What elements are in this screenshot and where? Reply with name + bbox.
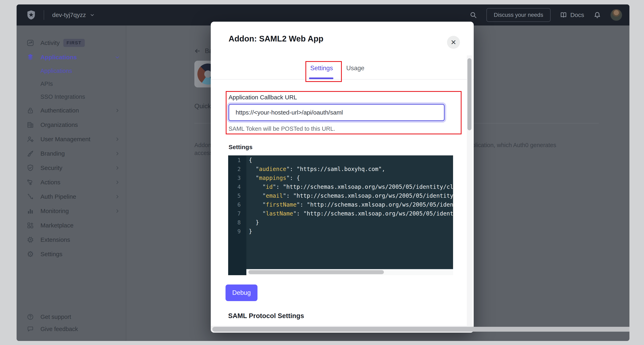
code-line: } [249,218,453,227]
sidebar-item-label: Branding [40,150,65,157]
sidebar-item-activity[interactable]: ActivityFIRST [16,36,126,50]
settings-section-label: Settings [228,144,252,151]
sidebar-item-extensions[interactable]: Extensions [16,232,126,247]
editor-line-numbers: 123456789 [238,156,241,236]
chevron-right-icon [114,151,120,156]
sidebar-item-label: APIs [40,81,53,87]
sidebar-item-label: SSO Integrations [40,94,85,100]
activity-chart-icon [26,39,34,47]
sidebar-item-sso-integrations[interactable]: SSO Integrations [16,90,126,103]
sidebar-footer: Get supportGive feedback [16,311,126,335]
shield-check-icon [26,164,34,172]
tenant-name: dev-tyj7qyzz [52,12,86,19]
annotation-settings-tab [306,61,342,82]
editor-code: { "audience": "https://saml.boxyhq.com",… [249,156,453,236]
user-avatar[interactable] [610,9,622,21]
code-line: "mappings": { [249,174,453,183]
sidebar-item-branding[interactable]: Branding [16,146,126,161]
topbar-divider [44,10,44,20]
code-line: { [249,156,453,165]
sidebar-item-label: Auth Pipeline [40,193,76,200]
sidebar-item-security[interactable]: Security [16,161,126,175]
sidebar-item-settings[interactable]: ⚙Settings [16,247,126,261]
chevron-right-icon [114,194,120,199]
chevron-right-icon [114,208,120,214]
modal-vertical-scrollbar[interactable] [467,56,472,326]
code-line: "lastName": "http://schemas.xmlsoap.org/… [249,209,453,218]
lock-icon [26,106,34,115]
settings-json-editor[interactable]: 123456789 { "audience": "https://saml.bo… [228,155,453,275]
sidebar-item-label: Settings [40,251,62,258]
docs-link[interactable]: Docs [560,11,584,19]
sidebar-item-monitoring[interactable]: Monitoring [16,204,126,218]
chevron-down-icon [114,55,120,60]
docs-label: Docs [570,12,584,19]
chevron-right-icon [114,136,120,142]
sidebar-item-label: Organizations [40,121,78,128]
sidebar-item-label: Extensions [40,236,70,243]
help-circle-icon [26,313,34,321]
debug-button[interactable]: Debug [226,284,258,301]
editor-gutter: 123456789 [228,155,246,275]
sidebar-item-marketplace[interactable]: Marketplace [16,218,126,232]
app-window: Back Quick Start Addons are plugins asso… [16,5,630,341]
code-line: "email": "http://schemas.xmlsoap.org/ws/… [249,191,453,200]
paintbrush-icon [26,150,34,158]
sidebar-item-label: Applications [40,54,77,61]
sidebar-item-get-support[interactable]: Get support [16,311,126,323]
sidebar-item-label: Activity [40,40,60,46]
first-badge: FIRST [63,39,85,47]
close-icon[interactable]: ✕ [447,36,460,49]
chevron-down-icon [90,12,95,18]
bell-icon[interactable] [594,11,601,19]
chip-icon [26,236,34,244]
chat-bubble-icon [26,325,34,333]
sidebar-item-applications[interactable]: Applications [16,50,126,64]
sidebar-item-label: Give feedback [40,326,78,332]
book-icon [560,11,567,19]
code-line: "firstName": "http://schemas.xmlsoap.org… [249,200,453,209]
sidebar-item-actions[interactable]: Actions [16,175,126,189]
sidebar-item-label: Security [40,165,62,171]
discuss-your-needs-button[interactable]: Discuss your needs [486,8,550,22]
back-arrow-icon [194,48,201,55]
chevron-right-icon [114,179,120,185]
sidebar-items: ActivityFIRSTApplicationsApplicationsAPI… [16,36,126,261]
code-line: } [249,227,453,236]
sidebar-item-give-feedback[interactable]: Give feedback [16,323,126,335]
saml-protocol-settings-heading: SAML Protocol Settings [228,312,304,320]
sidebar-item-authentication[interactable]: Authentication [16,103,126,118]
gear-icon: ⚙ [26,250,34,258]
tabs-divider [211,79,474,80]
pipeline-icon [26,193,34,201]
sidebar-item-user-management[interactable]: User Management [16,132,126,146]
auth0-shield-icon [26,9,36,21]
user-gear-icon [26,135,34,143]
sidebar-item-auth-pipeline[interactable]: Auth Pipeline [16,189,126,204]
modal-title: Addon: SAML2 Web App [228,34,324,43]
sidebar: ActivityFIRSTApplicationsApplicationsAPI… [16,26,126,341]
sidebar-item-label: Authentication [40,107,79,114]
editor-hscroll-thumb[interactable] [248,270,384,274]
sidebar-item-organizations[interactable]: Organizations [16,118,126,132]
sidebar-item-apis[interactable]: APIs [16,77,126,90]
modal-horizontal-scrollbar[interactable] [211,326,474,333]
sidebar-item-applications[interactable]: Applications [16,64,126,77]
chevron-right-icon [114,165,120,171]
tenant-switcher[interactable]: dev-tyj7qyzz [52,12,95,19]
modal-hscroll-thumb[interactable] [212,327,630,332]
editor-horizontal-scrollbar[interactable] [246,269,453,275]
sidebar-item-label: Monitoring [40,208,69,214]
bar-chart-icon [26,207,34,215]
search-icon[interactable] [470,11,477,19]
sidebar-item-label: Applications [40,68,72,74]
flow-icon [26,178,34,186]
addon-saml2-modal: Addon: SAML2 Web App ✕ Settings Usage Ap… [211,22,474,333]
grid-plus-icon [26,221,34,229]
chevron-right-icon [114,108,120,113]
modal-vscroll-thumb[interactable] [468,58,472,130]
auth0-logo[interactable] [26,9,36,21]
layers-icon [26,53,34,61]
tab-usage[interactable]: Usage [346,65,364,72]
sidebar-item-label: Actions [40,179,60,186]
